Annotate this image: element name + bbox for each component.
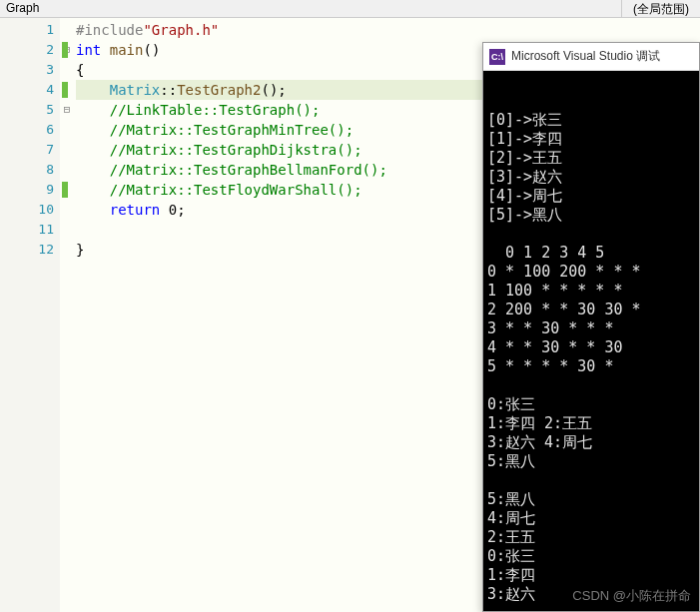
breadcrumb-bar: Graph (全局范围)	[0, 0, 700, 18]
scope-right[interactable]: (全局范围)	[622, 0, 700, 17]
line-number: 2	[0, 40, 60, 60]
console-line: 2:王五	[487, 528, 695, 547]
fold-toggle	[60, 200, 74, 220]
line-number-gutter: 123456789101112	[0, 18, 60, 612]
line-number: 4	[0, 80, 60, 100]
console-line: 5 * * * * 30 *	[487, 357, 695, 376]
change-marker	[62, 182, 68, 198]
line-number: 9	[0, 180, 60, 200]
console-line: 1 100 * * * * *	[487, 282, 695, 301]
fold-toggle	[60, 220, 74, 240]
console-line: [5]->黑八	[487, 206, 695, 225]
line-number: 1	[0, 20, 60, 40]
console-line: [2]->王五	[487, 149, 695, 168]
console-line	[487, 471, 695, 490]
console-line: [4]->周七	[487, 187, 695, 206]
console-line: 4:周七	[487, 509, 695, 528]
fold-toggle	[60, 240, 74, 260]
line-number: 3	[0, 60, 60, 80]
console-line: [1]->李四	[487, 130, 695, 149]
console-line: 3 * * 30 * * *	[487, 319, 695, 338]
line-number: 7	[0, 140, 60, 160]
console-line: 0 * 100 200 * * *	[487, 263, 695, 282]
console-line: 2 200 * * 30 30 *	[487, 301, 695, 319]
change-marker	[62, 42, 68, 58]
console-line: 1:李四	[487, 566, 695, 585]
console-line: 1:李四 2:王五	[487, 414, 695, 433]
console-output[interactable]: [0]->张三[1]->李四[2]->王五[3]->赵六[4]->周七[5]->…	[483, 71, 699, 611]
line-number: 11	[0, 220, 60, 240]
fold-toggle	[60, 140, 74, 160]
console-line: [0]->张三	[487, 111, 695, 130]
console-line: 5:黑八	[487, 452, 695, 471]
console-line: 5:黑八	[487, 490, 695, 509]
fold-toggle[interactable]: ⊟	[60, 100, 74, 120]
console-line: 4 * * 30 * * 30	[487, 338, 695, 357]
watermark: CSDN @​小陈在拼命​	[572, 586, 691, 605]
fold-column: ⊟⊟	[60, 18, 74, 612]
change-marker	[62, 82, 68, 98]
code-line[interactable]: #include"Graph.h"	[76, 20, 700, 40]
line-number: 6	[0, 120, 60, 140]
vs-icon: C:\	[489, 49, 505, 65]
line-number: 8	[0, 160, 60, 180]
fold-toggle	[60, 120, 74, 140]
line-number: 5	[0, 100, 60, 120]
line-number: 12	[0, 240, 60, 260]
console-line: [3]->赵六	[487, 168, 695, 187]
console-line: 0 1 2 3 4 5	[487, 244, 695, 263]
scope-left[interactable]: Graph	[0, 0, 622, 17]
console-line: 0:张三	[487, 547, 695, 566]
console-title-text: Microsoft Visual Studio 调试	[511, 48, 660, 65]
console-line	[487, 225, 695, 244]
console-line: 3:赵六 4:周七	[487, 433, 695, 452]
debug-console-window[interactable]: C:\ Microsoft Visual Studio 调试 [0]->张三[1…	[482, 42, 700, 612]
line-number: 10	[0, 200, 60, 220]
console-titlebar[interactable]: C:\ Microsoft Visual Studio 调试	[483, 43, 699, 71]
console-line	[487, 376, 695, 395]
fold-toggle	[60, 60, 74, 80]
fold-toggle	[60, 160, 74, 180]
fold-toggle	[60, 20, 74, 40]
console-line: 0:张三	[487, 395, 695, 414]
